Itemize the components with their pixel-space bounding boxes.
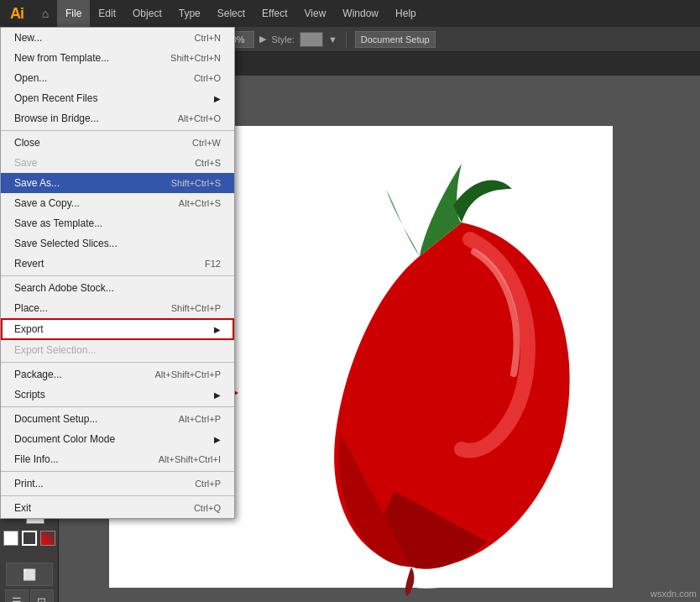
home-icon[interactable]: ⌂ bbox=[34, 0, 57, 27]
menu-save-as-shortcut: Shift+Ctrl+S bbox=[171, 178, 221, 188]
style-label: Style: bbox=[271, 34, 295, 44]
menu-document-setup-label: Document Setup... bbox=[14, 413, 97, 425]
menu-new-template-shortcut: Shift+Ctrl+N bbox=[170, 53, 221, 63]
menu-save-as-label: Save As... bbox=[14, 177, 60, 189]
menu-document-setup[interactable]: Document Setup... Alt+Ctrl+P bbox=[1, 409, 234, 429]
menu-package-label: Package... bbox=[14, 369, 62, 380]
draw-mode-tool[interactable]: ⬜ bbox=[6, 563, 53, 586]
menu-type[interactable]: Type bbox=[170, 0, 209, 27]
bottom-tools: ⬜ ☰ ⊡ ⋯ bbox=[0, 558, 59, 602]
document-setup-button[interactable]: Document Setup bbox=[355, 31, 436, 48]
menu-file-info-label: File Info... bbox=[14, 453, 59, 465]
menu-doc-color-mode-label: Document Color Mode bbox=[14, 433, 115, 445]
menu-window[interactable]: Window bbox=[334, 0, 387, 27]
menu-view[interactable]: View bbox=[296, 0, 335, 27]
menu-revert-label: Revert bbox=[14, 258, 44, 270]
menu-effect[interactable]: Effect bbox=[253, 0, 295, 27]
dd-sep-5 bbox=[1, 471, 234, 472]
app-logo: Ai bbox=[0, 0, 34, 27]
menu-save-shortcut: Ctrl+S bbox=[195, 158, 221, 168]
menu-browse-bridge-label: Browse in Bridge... bbox=[14, 113, 99, 124]
menu-help[interactable]: Help bbox=[387, 0, 425, 27]
menu-scripts-arrow: ▶ bbox=[214, 390, 221, 400]
stroke-indicator[interactable] bbox=[22, 531, 37, 546]
menu-file-info[interactable]: File Info... Alt+Shift+Ctrl+I bbox=[1, 449, 234, 469]
menu-scripts[interactable]: Scripts ▶ bbox=[1, 385, 234, 405]
watermark: wsxdn.com bbox=[650, 589, 697, 599]
menu-close[interactable]: Close Ctrl+W bbox=[1, 133, 234, 153]
menu-exit-shortcut: Ctrl+Q bbox=[194, 503, 221, 513]
dd-sep-3 bbox=[1, 362, 234, 363]
menu-open-recent-arrow: ▶ bbox=[214, 94, 221, 103]
menu-object[interactable]: Object bbox=[124, 0, 170, 27]
menu-new-label: New... bbox=[14, 32, 42, 44]
menu-save-as-template[interactable]: Save as Template... bbox=[1, 213, 234, 233]
menu-open-recent-label: Open Recent Files bbox=[14, 92, 97, 104]
menu-save-label: Save bbox=[14, 157, 37, 169]
menu-open-shortcut: Ctrl+O bbox=[194, 73, 221, 83]
menu-adobe-stock-label: Search Adobe Stock... bbox=[14, 282, 114, 294]
gradient-indicator[interactable] bbox=[40, 531, 55, 546]
menu-print-label: Print... bbox=[14, 478, 44, 489]
menu-export[interactable]: Export ▶ bbox=[1, 318, 234, 340]
menu-revert-shortcut: F12 bbox=[205, 259, 221, 269]
dd-sep-1 bbox=[1, 130, 234, 131]
menu-close-label: Close bbox=[14, 137, 40, 149]
menu-print[interactable]: Print... Ctrl+P bbox=[1, 474, 234, 494]
menu-save-copy-label: Save a Copy... bbox=[14, 197, 80, 209]
menu-export-selection[interactable]: Export Selection... bbox=[1, 340, 234, 360]
menu-select[interactable]: Select bbox=[209, 0, 253, 27]
menu-exit[interactable]: Exit Ctrl+Q bbox=[1, 498, 234, 518]
menu-export-label: Export bbox=[14, 323, 44, 335]
menu-open-label: Open... bbox=[14, 72, 47, 84]
menu-exit-label: Exit bbox=[14, 502, 31, 514]
fill-indicator[interactable] bbox=[3, 531, 18, 546]
menu-export-selection-label: Export Selection... bbox=[14, 344, 96, 356]
menu-place[interactable]: Place... Shift+Ctrl+P bbox=[1, 298, 234, 318]
dd-sep-6 bbox=[1, 495, 234, 496]
menu-print-shortcut: Ctrl+P bbox=[195, 479, 221, 489]
menu-new-template[interactable]: New from Template... Shift+Ctrl+N bbox=[1, 48, 234, 68]
menu-save-slices-label: Save Selected Slices... bbox=[14, 238, 118, 249]
menu-file[interactable]: File bbox=[57, 0, 90, 27]
menu-package-shortcut: Alt+Shift+Ctrl+P bbox=[154, 369, 221, 380]
view-mode-row: ☰ ⊡ bbox=[5, 589, 54, 602]
menu-place-shortcut: Shift+Ctrl+P bbox=[171, 303, 221, 313]
style-arrow: ▼ bbox=[328, 34, 337, 44]
menu-browse-bridge-shortcut: Alt+Ctrl+O bbox=[178, 113, 221, 123]
opacity-arrow: ▶ bbox=[259, 34, 266, 44]
toolbar-sep-3 bbox=[346, 31, 347, 48]
menu-scripts-label: Scripts bbox=[14, 389, 45, 400]
menu-save-as[interactable]: Save As... Shift+Ctrl+S bbox=[1, 173, 234, 193]
menu-open-recent[interactable]: Open Recent Files ▶ bbox=[1, 88, 234, 108]
menu-file-info-shortcut: Alt+Shift+Ctrl+I bbox=[159, 454, 221, 464]
screen-mode-tool[interactable]: ☰ bbox=[5, 589, 29, 602]
menu-bar: Ai ⌂ File Edit Object Type Select Effect… bbox=[0, 0, 700, 27]
menu-items: File Edit Object Type Select Effect View… bbox=[57, 0, 425, 27]
menu-new[interactable]: New... Ctrl+N bbox=[1, 28, 234, 48]
menu-new-shortcut: Ctrl+N bbox=[195, 33, 221, 43]
dd-sep-2 bbox=[1, 275, 234, 276]
menu-adobe-stock[interactable]: Search Adobe Stock... bbox=[1, 278, 234, 298]
menu-save-copy-shortcut: Alt+Ctrl+S bbox=[179, 198, 221, 208]
full-screen-tool[interactable]: ⊡ bbox=[30, 589, 54, 602]
menu-save-copy[interactable]: Save a Copy... Alt+Ctrl+S bbox=[1, 193, 234, 213]
chili-illustration bbox=[227, 122, 588, 602]
file-dropdown-overlay: New... Ctrl+N New from Template... Shift… bbox=[0, 27, 235, 519]
menu-doc-color-mode[interactable]: Document Color Mode ▶ bbox=[1, 429, 234, 449]
menu-document-setup-shortcut: Alt+Ctrl+P bbox=[179, 414, 221, 424]
menu-package[interactable]: Package... Alt+Shift+Ctrl+P bbox=[1, 364, 234, 385]
menu-doc-color-mode-arrow: ▶ bbox=[214, 435, 221, 444]
menu-save-slices[interactable]: Save Selected Slices... bbox=[1, 233, 234, 254]
menu-edit[interactable]: Edit bbox=[90, 0, 124, 27]
menu-place-label: Place... bbox=[14, 302, 48, 314]
file-dropdown-menu: New... Ctrl+N New from Template... Shift… bbox=[0, 27, 235, 519]
menu-close-shortcut: Ctrl+W bbox=[192, 138, 221, 148]
menu-save[interactable]: Save Ctrl+S bbox=[1, 153, 234, 173]
menu-open[interactable]: Open... Ctrl+O bbox=[1, 68, 234, 88]
menu-browse-bridge[interactable]: Browse in Bridge... Alt+Ctrl+O bbox=[1, 108, 234, 128]
menu-export-arrow: ▶ bbox=[214, 325, 221, 334]
menu-new-template-label: New from Template... bbox=[14, 52, 109, 64]
menu-revert[interactable]: Revert F12 bbox=[1, 254, 234, 274]
style-swatch[interactable] bbox=[300, 32, 323, 47]
